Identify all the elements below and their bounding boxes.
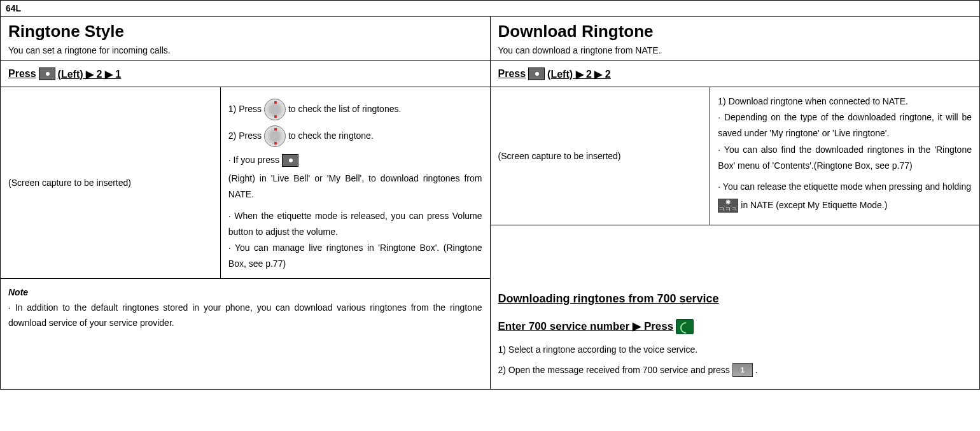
step-1: 1) Press to check the list of ringtones. (228, 99, 482, 120)
press-suffix: (Left) ▶ 2 ▶ 1 (58, 68, 122, 80)
bullet-1: · Depending on the type of the downloade… (718, 110, 972, 141)
enter-700-line: Enter 700 service number ▶ Press (498, 318, 972, 336)
bullet-3: · You can release the etiquette mode whe… (718, 179, 972, 213)
step-1: 1) Download ringtone when connected to N… (718, 94, 972, 110)
bullet-3: · You can manage live ringtones in 'Ring… (228, 240, 482, 272)
num-1-key-icon: 1 (732, 363, 753, 377)
left-steps: 1) Press to check the list of ringtones.… (221, 87, 490, 278)
right-screen-placeholder: (Screen capture to be inserted) (491, 87, 711, 225)
step-text: in NATE (except My Etiquette Mode.) (741, 197, 887, 213)
right-section-subtitle: You can download a ringtone from NATE. (498, 45, 972, 55)
left-press-line: Press (Left) ▶ 2 ▶ 1 (1, 61, 490, 87)
right-section-title: Download Ringtone (498, 22, 972, 41)
sub-step-1: 1) Select a ringtone according to the vo… (498, 343, 972, 358)
press-label: Press (8, 68, 36, 80)
softkey-icon (39, 67, 55, 80)
note-body: · In addition to the default ringtones s… (8, 300, 482, 331)
page-number: 64L (1, 1, 979, 17)
softkey-icon (282, 154, 298, 167)
press-label: Press (498, 68, 526, 80)
step-text: · If you press (228, 152, 279, 168)
step-text: 2) Open the message received from 700 se… (498, 363, 730, 378)
service-700-block: Downloading ringtones from 700 service E… (491, 279, 980, 389)
step-text: . (755, 363, 758, 378)
manual-page: 64L Ringtone Style You can set a rington… (0, 0, 980, 390)
press-suffix: (Left) ▶ 2 ▶ 2 (547, 68, 611, 80)
enter-text: Enter 700 service number ▶ Press (498, 318, 674, 336)
note-title: Note (8, 285, 482, 300)
placeholder-text: (Screen capture to be inserted) (8, 178, 131, 188)
right-press-line: Press (Left) ▶ 2 ▶ 2 (491, 61, 980, 87)
nav-key-icon (264, 125, 286, 147)
nav-key-icon (264, 99, 286, 120)
step-text: 2) Press (228, 128, 262, 144)
press-row: Press (Left) ▶ 2 ▶ 1 Press (Left) ▶ 2 ▶ … (1, 61, 979, 87)
left-section-title: Ringtone Style (8, 22, 482, 41)
call-key-icon (676, 319, 694, 334)
bullet-2: · When the etiquette mode is released, y… (228, 208, 482, 240)
left-screen-placeholder: (Screen capture to be inserted) (1, 87, 221, 278)
softkey-icon (528, 67, 545, 80)
step-text: to check the ringtone. (288, 128, 374, 144)
sub-heading-700: Downloading ringtones from 700 service (498, 289, 972, 309)
star-key-icon: ✱ㅋㅋㅋ (718, 199, 738, 213)
left-content-row: (Screen capture to be inserted) 1) Press… (1, 87, 490, 279)
step-text: · You can release the etiquette mode whe… (718, 179, 971, 195)
right-content-row: (Screen capture to be inserted) 1) Downl… (491, 87, 980, 225)
step-2: 2) Press to check the ringtone. (228, 125, 482, 147)
step-text: 1) Press (228, 101, 262, 117)
right-steps: 1) Download ringtone when connected to N… (710, 87, 979, 225)
bullet-2: · You can also find the downloaded ringt… (718, 142, 972, 174)
bottom-row: Note · In addition to the default ringto… (1, 279, 979, 389)
title-row: Ringtone Style You can set a ringtone fo… (1, 17, 979, 61)
right-title-block: Download Ringtone You can download a rin… (491, 17, 980, 61)
content-row: (Screen capture to be inserted) 1) Press… (1, 87, 979, 279)
left-title-block: Ringtone Style You can set a ringtone fo… (1, 17, 490, 61)
sub-step-2: 2) Open the message received from 700 se… (498, 363, 972, 378)
step-text: to check the list of ringtones. (288, 101, 401, 117)
note-block: Note · In addition to the default ringto… (1, 279, 490, 337)
placeholder-text: (Screen capture to be inserted) (498, 151, 621, 161)
left-section-subtitle: You can set a ringtone for incoming call… (8, 45, 482, 55)
step-text: (Right) in 'Live Bell' or 'My Bell', to … (228, 171, 482, 202)
bullet-1: · If you press (Right) in 'Live Bell' or… (228, 152, 482, 203)
